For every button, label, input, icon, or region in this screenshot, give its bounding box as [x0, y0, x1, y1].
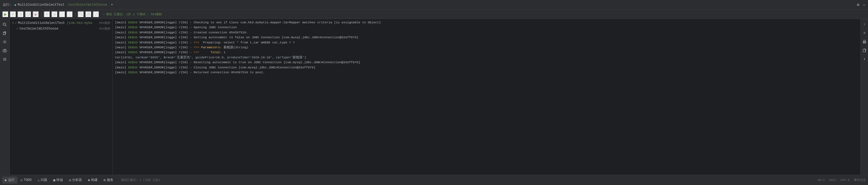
bottom-tab-build[interactable]: ▲ 构建 — [85, 177, 100, 184]
sidebar-icon-settings[interactable] — [1, 38, 9, 45]
left-sidebar — [0, 19, 10, 175]
log-line: [main] DEBUG %PARSER_ERROR[logge] r{50} … — [115, 20, 858, 25]
right-icon-print[interactable] — [861, 38, 868, 45]
title-bar: 运行: ◀ MultiConditionSelectTest .testSele… — [0, 0, 868, 10]
up-button[interactable]: ↑ — [59, 11, 65, 18]
problems-tab-icon: ⚠ — [37, 178, 40, 182]
log-line: [main] DEBUG %PARSER_ERROR[logge] r{50} … — [115, 65, 858, 70]
charset: UTF-8 — [841, 179, 849, 182]
log-line: [main] DEBUG %PARSER_ERROR[logge] r{50} … — [115, 40, 858, 45]
event-log-btn[interactable]: 事件日志 — [854, 178, 866, 182]
separator-1 — [41, 12, 41, 17]
svg-line-9 — [5, 25, 6, 26]
test-status: ✓ 测试 已通过: 1共 1 个测试 – 553毫秒 — [103, 12, 162, 16]
sidebar-icon-list[interactable] — [1, 55, 9, 63]
run-icon: ◀ — [14, 3, 16, 7]
expand-arrow: ▾ — [12, 21, 14, 25]
todo-tab-label: TODO — [24, 178, 32, 182]
right-icon-up[interactable]: ⬆ — [861, 55, 868, 63]
log-line: [main] DEBUG %PARSER_ERROR[logge] r{50} … — [115, 45, 858, 50]
close-tab-btn[interactable]: × — [111, 3, 113, 7]
profiler-tab-icon: ◎ — [69, 178, 71, 182]
right-sidebar: ↕ ≡ ⬆ — [860, 19, 868, 175]
log-panel[interactable]: [main] DEBUG %PARSER_ERROR[logge] r{50} … — [113, 19, 860, 175]
svg-point-13 — [4, 50, 5, 52]
test-class-name: MultiConditionSelectTest — [18, 3, 65, 7]
right-icon-copy[interactable] — [861, 47, 868, 54]
rerun-failed-button[interactable] — [33, 11, 39, 18]
search-button[interactable] — [78, 11, 84, 18]
cursor-position: 60:1 — [817, 179, 825, 182]
svg-point-4 — [80, 13, 82, 15]
test-method-item[interactable]: ✓ testSelectWithChoose 553毫秒 — [10, 26, 113, 31]
play-button[interactable]: ▶ — [2, 11, 9, 18]
filter2-button[interactable]: ≣ — [51, 11, 58, 18]
stop-button[interactable]: ⊘ — [18, 11, 24, 18]
test-method-label: testSelectWithChoose — [19, 27, 98, 31]
right-icon-menu[interactable]: ≡ — [861, 29, 868, 37]
test-panel: ▾ ✓ MultiConditionSelectTest (com.hkd.my… — [10, 19, 113, 175]
test-class-item[interactable]: ▾ ✓ MultiConditionSelectTest (com.hkd.my… — [10, 20, 113, 26]
log-line: [main] DEBUG %PARSER_ERROR[logge] r{50} … — [115, 35, 858, 40]
build-tab-label: 构建 — [91, 178, 98, 182]
right-icon-scroll[interactable]: ↕ — [861, 21, 868, 28]
bottom-tab-profiler[interactable]: ◎ 分析器 — [66, 177, 85, 184]
check-button[interactable]: ✓ — [10, 11, 16, 18]
profiler-tab-label: 分析器 — [72, 178, 82, 182]
down-button[interactable]: ↓ — [66, 11, 73, 18]
title-bar-right: ⚙ — — [857, 2, 865, 7]
bottom-status-right: 60:1 CRLF UTF-8 事件日志 — [817, 178, 866, 182]
sidebar-icon-search[interactable] — [1, 21, 9, 28]
test-class-label: MultiConditionSelectTest (com.hkd.myba — [18, 21, 98, 25]
run-tab-icon: ▶ — [5, 178, 7, 182]
todo-tab-icon: ☑ — [21, 178, 23, 182]
test-class-time: 553毫秒 — [99, 21, 111, 25]
separator-2 — [75, 12, 75, 17]
svg-rect-18 — [864, 40, 865, 41]
svg-rect-19 — [864, 42, 865, 43]
minimize-icon[interactable]: — — [863, 3, 865, 7]
settings-icon[interactable]: ⚙ — [857, 2, 859, 7]
rerun-failed-icon — [34, 12, 38, 16]
log-line: [main] DEBUG %PARSER_ERROR[logge] r{50} … — [115, 50, 858, 55]
services-tab-icon: ⚙ — [104, 178, 106, 182]
svg-point-11 — [4, 41, 5, 42]
bottom-tab-todo[interactable]: ☑ TODO — [18, 177, 34, 184]
svg-point-8 — [3, 23, 6, 25]
sidebar-icon-camera[interactable] — [1, 47, 9, 54]
rerun-button[interactable] — [25, 11, 31, 18]
test-method-pass-icon: ✓ — [16, 27, 18, 31]
filter-button[interactable]: ≡ — [44, 11, 50, 18]
export-icon — [87, 12, 90, 16]
test-package-hint: (com.hkd.myba — [67, 21, 93, 25]
toolbar: ▶ ✓ ⊘ ≡ ≣ ↑ ↓ ⤢ ✓ 测试 已通过: 1共 — [0, 10, 868, 19]
status-text: 测试 已通过: 1共 1 个测试 – 553毫秒 — [106, 12, 162, 16]
svg-marker-0 — [29, 13, 30, 14]
test-pass-icon: ✓ — [15, 21, 17, 25]
run-label: 运行: — [3, 2, 11, 7]
line-ending: CRLF — [829, 179, 836, 182]
log-line: Car{id=61, carNum='8655', Brand='五菱宏光', … — [115, 55, 858, 60]
svg-rect-12 — [3, 50, 6, 52]
run-tab-label: 运行 — [8, 178, 14, 182]
build-tab-icon: ▲ — [88, 178, 90, 182]
svg-marker-1 — [37, 13, 38, 14]
bottom-bar: ▶ 运行 ☑ TODO ⚠ 问题 ▣ 终端 ◎ 分析器 ▲ 构建 ⚙ 服务 测试… — [0, 175, 868, 185]
title-bar-left: 运行: ◀ MultiConditionSelectTest .testSele… — [3, 2, 857, 7]
expand-button[interactable]: ⤢ — [93, 11, 99, 18]
services-tab-label: 服务 — [107, 178, 113, 182]
terminal-tab-label: 终端 — [56, 178, 63, 182]
test-tree: ▾ ✓ MultiConditionSelectTest (com.hkd.my… — [10, 19, 113, 175]
export-button[interactable] — [85, 11, 92, 18]
svg-rect-21 — [863, 50, 865, 52]
bottom-tab-services[interactable]: ⚙ 服务 — [101, 177, 116, 184]
sidebar-icon-build[interactable] — [1, 29, 9, 37]
test-method-name: .testSelectWithChoose — [66, 3, 107, 7]
problems-tab-label: 问题 — [41, 178, 47, 182]
terminal-tab-icon: ▣ — [53, 178, 55, 182]
log-line: [main] DEBUG %PARSER_ERROR[logge] r{50} … — [115, 30, 858, 35]
bottom-test-result: 测试已通过: 1 (片刻 之前) — [121, 178, 160, 182]
bottom-tab-run[interactable]: ▶ 运行 — [2, 177, 18, 184]
bottom-tab-terminal[interactable]: ▣ 终端 — [51, 177, 66, 184]
bottom-tab-problems[interactable]: ⚠ 问题 — [35, 177, 50, 184]
